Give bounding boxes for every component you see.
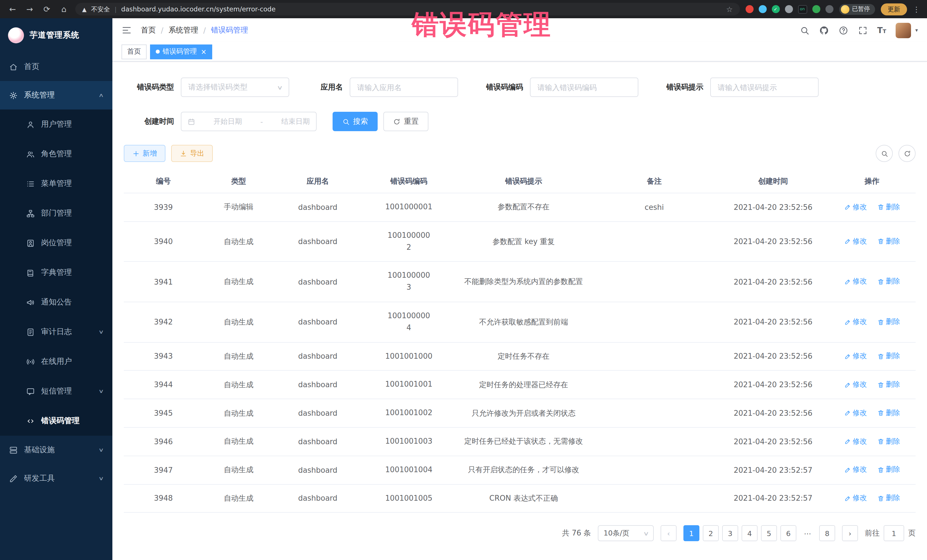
search-button[interactable]: 搜索 — [333, 112, 378, 131]
end-date-input[interactable]: 结束日期 — [281, 117, 310, 126]
sidebar-item-label: 角色管理 — [41, 149, 97, 159]
edit-button[interactable]: 修改 — [844, 237, 867, 246]
edit-button[interactable]: 修改 — [844, 437, 867, 446]
start-date-input[interactable]: 开始日期 — [213, 117, 242, 126]
reset-button[interactable]: 重置 — [383, 112, 429, 131]
avatar-caret-icon[interactable]: ▾ — [915, 27, 918, 33]
delete-button[interactable]: 删除 — [877, 202, 900, 212]
sidebar-item[interactable]: 研发工具 ∨ — [0, 464, 112, 493]
extension-icon-pinwheel[interactable] — [825, 5, 833, 13]
edit-button[interactable]: 修改 — [844, 493, 867, 503]
add-button[interactable]: 新增 — [124, 145, 166, 162]
delete-button[interactable]: 删除 — [877, 237, 900, 246]
delete-button[interactable]: 删除 — [877, 437, 900, 446]
page-button[interactable]: 8 — [819, 525, 835, 542]
extension-icon-on-badge[interactable]: on — [798, 5, 807, 14]
edit-button[interactable]: 修改 — [844, 351, 867, 361]
search-icon[interactable] — [800, 25, 810, 35]
edit-button[interactable]: 修改 — [844, 380, 867, 390]
edit-button[interactable]: 修改 — [844, 277, 867, 287]
reload-button[interactable]: ⟳ — [41, 5, 53, 14]
delete-button[interactable]: 删除 — [877, 408, 900, 418]
cell-actions: 修改 删除 — [828, 484, 916, 513]
column-header-actions: 操作 — [828, 170, 916, 193]
sidebar-item[interactable]: 角色管理 — [0, 139, 112, 169]
user-avatar[interactable] — [896, 23, 911, 38]
prev-page-button[interactable]: ‹ — [661, 525, 676, 542]
browser-update-button[interactable]: 更新 — [881, 3, 907, 15]
sidebar-item[interactable]: 部门管理 — [0, 199, 112, 228]
github-icon[interactable] — [819, 25, 829, 35]
address-bar[interactable]: ▲ 不安全 | dashboard.yudao.iocoder.cn/syste… — [75, 3, 740, 15]
export-button[interactable]: 导出 — [171, 145, 213, 162]
sidebar-item[interactable]: 用户管理 — [0, 109, 112, 139]
profile-badge[interactable]: 已暂停 — [839, 4, 875, 15]
edit-label: 修改 — [853, 351, 867, 361]
security-label[interactable]: 不安全 — [91, 5, 110, 14]
tab-close-icon[interactable]: × — [201, 48, 207, 56]
page-button[interactable]: 3 — [722, 525, 738, 542]
tab-error-code[interactable]: 错误码管理 × — [150, 44, 212, 59]
extension-icon-people[interactable] — [785, 5, 793, 13]
page-button[interactable]: 2 — [703, 525, 719, 542]
sidebar-item[interactable]: 在线用户 — [0, 347, 112, 376]
toggle-search-button[interactable] — [876, 145, 893, 162]
page-button[interactable]: ⋯ — [800, 525, 816, 542]
delete-button[interactable]: 删除 — [877, 277, 900, 287]
edit-button[interactable]: 修改 — [844, 317, 867, 327]
bookmark-star-icon[interactable]: ☆ — [726, 5, 733, 14]
sidebar-item[interactable]: 菜单管理 — [0, 169, 112, 199]
sidebar-item[interactable]: 审计日志 ∨ — [0, 317, 112, 347]
sidebar-item-label: 审计日志 — [41, 327, 93, 337]
edit-button[interactable]: 修改 — [844, 202, 867, 212]
refresh-table-button[interactable] — [898, 145, 916, 162]
sidebar-item[interactable]: 岗位管理 — [0, 228, 112, 258]
sidebar-item[interactable]: 错误码管理 — [0, 406, 112, 436]
hamburger-icon[interactable] — [122, 25, 132, 35]
delete-button[interactable]: 删除 — [877, 317, 900, 327]
error-type-select[interactable]: 请选择错误码类型 ∨ — [181, 77, 289, 97]
extension-icon-green-check[interactable]: ✓ — [772, 5, 780, 13]
pencil-icon — [844, 203, 851, 211]
extension-icon-blue[interactable] — [758, 5, 766, 13]
delete-button[interactable]: 删除 — [877, 380, 900, 390]
edit-button[interactable]: 修改 — [844, 408, 867, 418]
sidebar-item[interactable]: 短信管理 ∨ — [0, 376, 112, 406]
error-code-input[interactable] — [537, 83, 631, 91]
page-button[interactable]: 1 — [684, 525, 699, 542]
page-button[interactable]: 6 — [780, 525, 796, 542]
breadcrumb-system[interactable]: 系统管理 — [169, 25, 198, 35]
date-range-picker[interactable]: 开始日期 - 结束日期 — [181, 112, 317, 131]
extension-icon-red[interactable] — [745, 5, 753, 13]
fullscreen-icon[interactable] — [858, 25, 868, 35]
app-name-input[interactable] — [357, 83, 451, 91]
delete-button[interactable]: 删除 — [877, 351, 900, 361]
back-button[interactable]: ← — [7, 5, 18, 14]
goto-page-input[interactable] — [884, 525, 904, 542]
cell-app: dashboard — [274, 399, 361, 427]
cell-remark — [591, 342, 718, 371]
sidebar-logo[interactable]: 芋道管理系统 — [0, 18, 112, 52]
sidebar-item[interactable]: 系统管理 ∧ — [0, 81, 112, 109]
delete-button[interactable]: 删除 — [877, 493, 900, 503]
page-button[interactable]: 5 — [761, 525, 777, 542]
page-button[interactable]: 4 — [742, 525, 758, 542]
browser-home-button[interactable]: ⌂ — [58, 5, 70, 14]
sidebar-item[interactable]: 通知公告 — [0, 287, 112, 317]
delete-button[interactable]: 删除 — [877, 465, 900, 475]
error-hint-input[interactable] — [718, 83, 811, 91]
help-icon[interactable] — [839, 25, 848, 35]
page-size-select[interactable]: 10条/页 ∨ — [598, 525, 654, 542]
sidebar-item[interactable]: 基础设施 ∨ — [0, 436, 112, 464]
breadcrumb-home[interactable]: 首页 — [141, 25, 156, 35]
tab-home[interactable]: 首页 — [122, 44, 147, 59]
browser-menu-kebab-icon[interactable]: ⋮ — [913, 5, 920, 14]
cell-time: 2021-04-20 23:52:57 — [718, 456, 828, 484]
font-size-icon[interactable]: TT — [877, 26, 886, 35]
next-page-button[interactable]: › — [842, 525, 858, 542]
edit-button[interactable]: 修改 — [844, 465, 867, 475]
sidebar-item[interactable]: 字典管理 — [0, 258, 112, 287]
forward-button[interactable]: → — [24, 5, 35, 14]
sidebar-item[interactable]: 首页 — [0, 52, 112, 81]
extension-icon-plant[interactable] — [812, 5, 820, 13]
